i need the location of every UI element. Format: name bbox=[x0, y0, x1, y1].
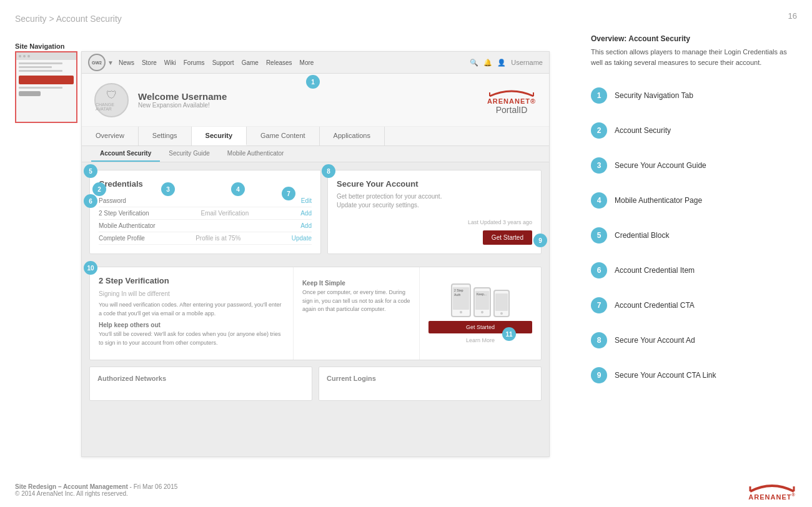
annotation-bubble-2: 2 bbox=[591, 122, 607, 139]
cred-row-mobile: Mobile Authenticator Add bbox=[99, 220, 312, 232]
phone-mock-3 bbox=[493, 290, 510, 317]
content-area: Credentials Password Edit 2 Step Verific… bbox=[82, 162, 549, 457]
annotation-bubble-8: 8 bbox=[591, 332, 607, 348]
sub-nav-mobile-authenticator[interactable]: Mobile Authenticator bbox=[219, 146, 293, 162]
secure-account-desc: Get better protection for your account. … bbox=[337, 192, 445, 210]
annotation-item-5: 5 Credential Block bbox=[591, 227, 797, 244]
bubble-10: 10 bbox=[84, 261, 97, 275]
nav-link-forums[interactable]: Forums bbox=[184, 59, 205, 66]
authorized-networks-card: Authorized Networks bbox=[89, 367, 312, 401]
annotation-bubble-9: 9 bbox=[591, 367, 607, 383]
two-step-card: 2 Step Verification Signing In will be d… bbox=[89, 267, 542, 360]
footer-copyright: © 2014 ArenaNet Inc. All rights reserved… bbox=[15, 490, 177, 497]
annotation-bubble-1: 1 bbox=[591, 87, 607, 104]
learn-more-link[interactable]: Learn More bbox=[466, 337, 495, 343]
bubble-4: 4 bbox=[231, 182, 245, 196]
keep-simple: Keep It Simple bbox=[302, 280, 410, 287]
bubble-7: 7 bbox=[282, 187, 295, 200]
cred-row-password: Password Edit bbox=[99, 195, 312, 207]
breadcrumb: Security > Account Security bbox=[15, 14, 122, 24]
annotation-item-4: 4 Mobile Authenticator Page bbox=[591, 192, 797, 209]
site-nav-label: Site Navigation bbox=[15, 42, 64, 50]
annotation-item-6: 6 Account Credential Item bbox=[591, 262, 797, 278]
avatar: 🛡 CHANGE AVATAR bbox=[94, 83, 129, 117]
search-icon[interactable]: 🔍 bbox=[470, 59, 478, 67]
nav-link-wiki[interactable]: Wiki bbox=[164, 59, 176, 66]
cred-row-2step: 2 Step Verification Email Verification A… bbox=[99, 207, 312, 220]
overview-title: Overview: Account Security bbox=[591, 34, 797, 43]
sub-nav-security-guide[interactable]: Security Guide bbox=[160, 146, 219, 162]
cred-label-profile: Complete Profile bbox=[99, 235, 145, 242]
bubble-8: 8 bbox=[322, 164, 335, 178]
cred-detail-profile: Profile is at 75% bbox=[196, 235, 240, 242]
cred-label-mobile: Mobile Authenticator bbox=[99, 222, 156, 229]
bubble-2: 2 bbox=[92, 182, 106, 196]
tab-overview[interactable]: Overview bbox=[82, 127, 139, 145]
tab-applications[interactable]: Applications bbox=[320, 127, 385, 145]
phone-screen-1: 2 Step Auth bbox=[453, 287, 469, 310]
notification-icon[interactable]: 🔔 bbox=[483, 59, 492, 67]
annotation-label-4: Mobile Authenticator Page bbox=[615, 196, 702, 205]
bubble-6: 6 bbox=[84, 194, 97, 208]
cred-detail-2step: Email Verification bbox=[201, 210, 249, 217]
get-started-button[interactable]: Get Started bbox=[483, 230, 532, 245]
phone-mock-2: Keep... bbox=[473, 287, 491, 317]
current-logins-title: Current Logins bbox=[327, 375, 533, 382]
two-step-help: Help keep others out bbox=[99, 322, 284, 328]
annotation-bubble-7: 7 bbox=[591, 297, 607, 313]
secure-account-card: Secure Your Account Get better protectio… bbox=[327, 170, 542, 254]
phone-screen-2: Keep... bbox=[475, 291, 489, 310]
welcome-text: Welcome Username New Expansion Available… bbox=[138, 91, 477, 109]
gw2-logo: GW2 ▼ bbox=[88, 54, 114, 71]
two-step-middle: Keep It Simple Once per computer, or eve… bbox=[293, 267, 419, 360]
overview-panel: Overview: Account Security This section … bbox=[591, 34, 797, 67]
arenanet-logo: ARENANET® PortalID bbox=[487, 85, 537, 115]
annotation-bubble-4: 4 bbox=[591, 192, 607, 209]
nav-link-support[interactable]: Support bbox=[212, 59, 234, 66]
sub-nav-account-security[interactable]: Account Security bbox=[91, 146, 160, 162]
cred-action-mobile[interactable]: Add bbox=[300, 222, 312, 229]
bottom-cards: Authorized Networks Current Logins bbox=[89, 367, 542, 401]
cred-action-2step[interactable]: Add bbox=[300, 210, 312, 217]
nav-links[interactable]: NewsStoreWikiForumsSupportGameReleasesMo… bbox=[119, 59, 314, 66]
annotations-list: 1 Security Navigation Tab 2 Account Secu… bbox=[591, 87, 797, 402]
footer-logo-text: ARENANET® bbox=[747, 493, 797, 501]
current-logins-card: Current Logins bbox=[319, 367, 542, 401]
two-step-sub: Signing In will be different bbox=[99, 290, 284, 297]
welcome-sub: New Expansion Available! bbox=[138, 102, 477, 109]
annotation-label-2: Account Security bbox=[615, 126, 671, 135]
tab-game-content[interactable]: Game Content bbox=[247, 127, 320, 145]
tab-settings[interactable]: Settings bbox=[139, 127, 192, 145]
browser-frame: GW2 ▼ NewsStoreWikiForumsSupportGameRele… bbox=[81, 51, 550, 457]
username-label: Username bbox=[511, 59, 543, 66]
arenanet-name: ARENANET® bbox=[487, 97, 537, 105]
annotation-bubble-3: 3 bbox=[591, 157, 607, 174]
credentials-title: Credentials bbox=[99, 179, 312, 189]
two-step-title: 2 Step Verification bbox=[99, 276, 284, 285]
two-step-cta-button[interactable]: Get Started bbox=[428, 321, 532, 333]
cred-label-password: Password bbox=[99, 197, 126, 204]
nav-link-releases[interactable]: Releases bbox=[266, 59, 292, 66]
browser-nav-bar: GW2 ▼ NewsStoreWikiForumsSupportGameRele… bbox=[82, 52, 549, 74]
shield-icon: 🛡 bbox=[106, 89, 117, 102]
phone-screen-text-1: 2 Step Auth bbox=[453, 287, 469, 298]
cred-label-2step: 2 Step Verification bbox=[99, 210, 149, 217]
nav-link-store[interactable]: Store bbox=[142, 59, 157, 66]
cred-row-profile: Complete Profile Profile is at 75% Updat… bbox=[99, 232, 312, 245]
user-icon[interactable]: 👤 bbox=[497, 59, 506, 67]
nav-arrow: ▼ bbox=[107, 59, 114, 66]
site-thumbnail bbox=[15, 51, 77, 123]
cred-action-profile[interactable]: Update bbox=[292, 235, 312, 242]
two-step-body1: You will need verification codes. After … bbox=[99, 301, 284, 318]
phone-mock-1: 2 Step Auth bbox=[451, 283, 471, 317]
nav-link-game[interactable]: Game bbox=[242, 59, 259, 66]
two-step-right: 2 Step Auth Keep... Get bbox=[419, 267, 541, 360]
secure-account-left: Secure Your Account Get better protectio… bbox=[328, 170, 453, 254]
nav-link-news[interactable]: News bbox=[119, 59, 134, 66]
nav-link-more[interactable]: More bbox=[300, 59, 314, 66]
overview-text: This section allows players to manage th… bbox=[591, 47, 797, 67]
cred-action-password[interactable]: Edit bbox=[301, 197, 312, 204]
authorized-networks-title: Authorized Networks bbox=[97, 375, 304, 382]
tab-security[interactable]: Security bbox=[192, 127, 247, 145]
annotation-item-1: 1 Security Navigation Tab bbox=[591, 87, 797, 104]
